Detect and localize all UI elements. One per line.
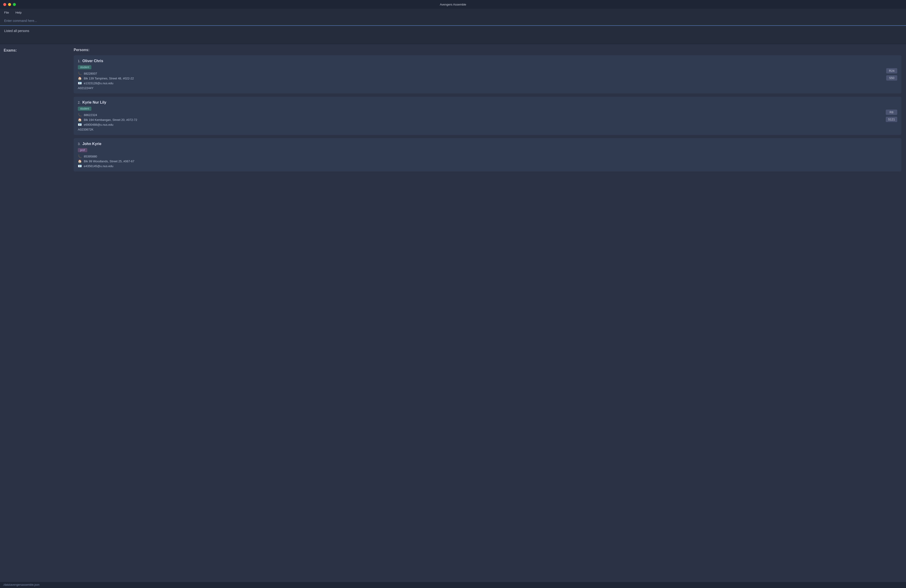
phone-value-1: 88228007 bbox=[84, 72, 97, 75]
close-button[interactable] bbox=[3, 3, 6, 6]
minimize-button[interactable] bbox=[8, 3, 11, 6]
card-actions-1: R24S50 bbox=[886, 68, 897, 81]
email-icon-2: 📧 bbox=[78, 123, 82, 126]
detail-phone-3: 📞 85395880 bbox=[78, 155, 897, 158]
detail-email-2: 📧 e6900488@u.nus.edu bbox=[78, 123, 897, 126]
detail-email-3: 📧 e4356145@u.nus.edu bbox=[78, 164, 897, 168]
address-icon-1: 🏠 bbox=[78, 76, 82, 80]
phone-icon-1: 📞 bbox=[78, 72, 82, 75]
statusbar: ./data\avengersassemble.json bbox=[0, 582, 906, 588]
phone-value-2: 88622324 bbox=[84, 113, 97, 117]
action-btn-s121[interactable]: S121 bbox=[886, 117, 897, 122]
app-title: Avengers Assemble bbox=[440, 3, 466, 6]
titlebar: Avengers Assemble bbox=[0, 0, 906, 9]
command-input[interactable] bbox=[3, 18, 903, 24]
persons-list: 1. Oliver Chris student 📞 88228007 🏠 Blk… bbox=[74, 55, 901, 172]
person-card-3: 3. John Kyrie prof 📞 85395880 🏠 Blk 99 W… bbox=[74, 138, 901, 172]
window-controls[interactable] bbox=[3, 3, 16, 6]
person-details-1: 📞 88228007 🏠 Blk 139 Tampines, Street 48… bbox=[78, 72, 897, 85]
phone-icon-2: 📞 bbox=[78, 113, 82, 117]
maximize-button[interactable] bbox=[13, 3, 16, 6]
email-icon-3: 📧 bbox=[78, 164, 82, 168]
email-value-3: e4356145@u.nus.edu bbox=[84, 164, 113, 168]
person-card-2: 2. Kyrie Nur Lily student 📞 88622324 🏠 B… bbox=[74, 97, 901, 135]
person-name-3: John Kyrie bbox=[83, 142, 102, 146]
person-number-1: 1. bbox=[78, 59, 81, 63]
address-icon-2: 🏠 bbox=[78, 118, 82, 121]
command-bar bbox=[0, 16, 906, 26]
email-icon-1: 📧 bbox=[78, 81, 82, 85]
menubar: File Help bbox=[0, 9, 906, 16]
menu-help[interactable]: Help bbox=[14, 10, 23, 15]
detail-phone-1: 📞 88228007 bbox=[78, 72, 897, 75]
person-name-2: Kyrie Nur Lily bbox=[83, 100, 106, 105]
action-btn-s50[interactable]: S50 bbox=[886, 75, 897, 81]
person-header-3: 3. John Kyrie bbox=[78, 142, 897, 146]
address-value-3: Blk 99 Woodlands, Street 25, #067-67 bbox=[84, 159, 134, 163]
card-actions-2: R8S121 bbox=[886, 110, 897, 122]
phone-icon-3: 📞 bbox=[78, 155, 82, 158]
main-content: Exams: Persons: 1. Oliver Chris student … bbox=[0, 44, 906, 582]
person-header-1: 1. Oliver Chris bbox=[78, 59, 897, 63]
address-icon-3: 🏠 bbox=[78, 159, 82, 163]
email-value-1: e1315128@u.nus.edu bbox=[84, 81, 113, 85]
person-header-2: 2. Kyrie Nur Lily bbox=[78, 100, 897, 105]
person-name-1: Oliver Chris bbox=[83, 59, 104, 63]
person-tag-1: student bbox=[78, 65, 91, 69]
person-tag-2: student bbox=[78, 107, 91, 111]
exams-title: Exams: bbox=[4, 48, 65, 53]
person-matric-1: A0212244Y bbox=[78, 86, 897, 90]
person-tag-3: prof bbox=[78, 148, 87, 152]
menu-file[interactable]: File bbox=[3, 10, 10, 15]
persons-panel: Persons: 1. Oliver Chris student 📞 88228… bbox=[69, 44, 906, 582]
action-btn-r8[interactable]: R8 bbox=[886, 110, 897, 115]
detail-address-2: 🏠 Blk 194 Kembangan, Street 20, #072-72 bbox=[78, 118, 897, 121]
detail-address-3: 🏠 Blk 99 Woodlands, Street 25, #067-67 bbox=[78, 159, 897, 163]
person-details-2: 📞 88622324 🏠 Blk 194 Kembangan, Street 2… bbox=[78, 113, 897, 126]
person-card-1: 1. Oliver Chris student 📞 88228007 🏠 Blk… bbox=[74, 55, 901, 94]
person-number-3: 3. bbox=[78, 142, 81, 146]
action-btn-r24[interactable]: R24 bbox=[886, 68, 897, 73]
output-text: Listed all persons bbox=[4, 29, 29, 33]
sidebar: Exams: bbox=[0, 44, 69, 582]
detail-email-1: 📧 e1315128@u.nus.edu bbox=[78, 81, 897, 85]
address-value-1: Blk 139 Tampines, Street 48, #022-22 bbox=[84, 76, 134, 80]
output-area: Listed all persons bbox=[0, 26, 906, 44]
address-value-2: Blk 194 Kembangan, Street 20, #072-72 bbox=[84, 118, 137, 121]
status-text: ./data\avengersassemble.json bbox=[3, 583, 39, 586]
person-details-3: 📞 85395880 🏠 Blk 99 Woodlands, Street 25… bbox=[78, 155, 897, 168]
detail-address-1: 🏠 Blk 139 Tampines, Street 48, #022-22 bbox=[78, 76, 897, 80]
email-value-2: e6900488@u.nus.edu bbox=[84, 123, 113, 126]
phone-value-3: 85395880 bbox=[84, 155, 97, 158]
person-matric-2: A0233672K bbox=[78, 128, 897, 131]
person-number-2: 2. bbox=[78, 100, 81, 104]
detail-phone-2: 📞 88622324 bbox=[78, 113, 897, 117]
persons-title: Persons: bbox=[74, 48, 901, 52]
